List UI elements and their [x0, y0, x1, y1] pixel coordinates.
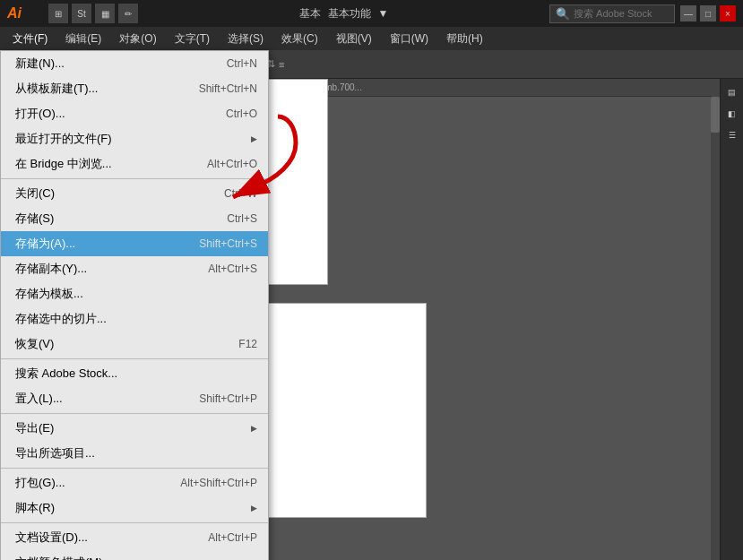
- menu-export-selection[interactable]: 导出所选项目...: [1, 441, 268, 466]
- title-bar: Ai ⊞ St ▦ ✏ 基本 基本功能 ▼ 🔍 — □ ×: [0, 0, 743, 27]
- menu-place[interactable]: 置入(L)... Shift+Ctrl+P: [1, 386, 268, 411]
- right-panels: ▤ ◧ ☰: [720, 79, 743, 560]
- menu-bar: 文件(F) 编辑(E) 对象(O) 文字(T) 选择(S) 效果(C) 视图(V…: [0, 27, 743, 50]
- icon-btn-3[interactable]: ▦: [95, 4, 115, 23]
- menu-file[interactable]: 文件(F): [4, 28, 56, 50]
- search-icon: 🔍: [556, 7, 570, 21]
- menu-view[interactable]: 视图(V): [327, 28, 381, 50]
- menu-object[interactable]: 对象(O): [110, 28, 165, 50]
- workspace-label2: 基本功能: [328, 6, 371, 22]
- icon-btn-2[interactable]: St: [72, 4, 91, 23]
- menu-save[interactable]: 存储(S) Ctrl+S: [1, 206, 268, 231]
- menu-recent[interactable]: 最近打开的文件(F): [1, 126, 268, 151]
- menu-text[interactable]: 文字(T): [166, 28, 219, 50]
- menu-color-mode[interactable]: 文档颜色模式(M): [1, 550, 268, 560]
- menu-help[interactable]: 帮助(H): [437, 28, 492, 50]
- menu-doc-setup[interactable]: 文档设置(D)... Alt+Ctrl+P: [1, 525, 268, 550]
- icon-btn-1[interactable]: ⊞: [48, 4, 68, 23]
- menu-new[interactable]: 新建(N)... Ctrl+N: [1, 51, 268, 76]
- title-bar-icons: ⊞ St ▦ ✏: [48, 4, 138, 23]
- menu-search-stock[interactable]: 搜索 Adobe Stock...: [1, 361, 268, 386]
- panel-libraries[interactable]: ☰: [722, 125, 742, 145]
- workspace-label: 基本: [299, 6, 321, 22]
- workspace-dropdown-icon: ▼: [378, 7, 389, 20]
- maximize-button[interactable]: □: [700, 5, 716, 22]
- file-menu-panel: 新建(N)... Ctrl+N 从模板新建(T)... Shift+Ctrl+N…: [0, 50, 269, 560]
- menu-bridge[interactable]: 在 Bridge 中浏览... Alt+Ctrl+O: [1, 151, 268, 177]
- menu-new-from-template[interactable]: 从模板新建(T)... Shift+Ctrl+N: [1, 76, 268, 101]
- menu-select[interactable]: 选择(S): [219, 28, 272, 50]
- menu-effect[interactable]: 效果(C): [272, 28, 327, 50]
- options-icon: ≡: [279, 59, 284, 70]
- file-dropdown-menu: 新建(N)... Ctrl+N 从模板新建(T)... Shift+Ctrl+N…: [0, 50, 269, 560]
- menu-window[interactable]: 窗口(W): [381, 28, 437, 50]
- menu-save-slices[interactable]: 存储选中的切片...: [1, 306, 268, 332]
- menu-save-template[interactable]: 存储为模板...: [1, 281, 268, 306]
- menu-package[interactable]: 打包(G)... Alt+Shift+Ctrl+P: [1, 470, 268, 495]
- separator-1: [1, 178, 268, 179]
- separator-3: [1, 413, 268, 414]
- search-input[interactable]: [574, 8, 669, 19]
- menu-scripts[interactable]: 脚本(R): [1, 495, 268, 521]
- minimize-button[interactable]: —: [680, 5, 696, 22]
- scrollbar-thumb[interactable]: [711, 97, 720, 133]
- menu-close[interactable]: 关闭(C) Ctrl+W: [1, 181, 268, 206]
- app-logo: Ai: [7, 5, 43, 22]
- panel-layers[interactable]: ▤: [722, 82, 742, 102]
- separator-5: [1, 522, 268, 523]
- menu-export[interactable]: 导出(E): [1, 416, 268, 441]
- close-button[interactable]: ×: [720, 5, 736, 22]
- menu-save-copy[interactable]: 存储副本(Y)... Alt+Ctrl+S: [1, 256, 268, 281]
- panel-properties[interactable]: ◧: [722, 104, 742, 124]
- stock-search[interactable]: 🔍: [549, 4, 675, 23]
- scrollbar-vertical[interactable]: [711, 79, 720, 560]
- icon-btn-4[interactable]: ✏: [118, 4, 138, 23]
- menu-revert[interactable]: 恢复(V) F12: [1, 332, 268, 357]
- menu-edit[interactable]: 编辑(E): [56, 28, 110, 50]
- menu-save-as[interactable]: 存储为(A)... Shift+Ctrl+S: [1, 231, 268, 256]
- separator-4: [1, 468, 268, 469]
- title-bar-center: 基本 基本功能 ▼: [143, 6, 544, 22]
- window-controls: — □ ×: [680, 5, 736, 22]
- menu-open[interactable]: 打开(O)... Ctrl+O: [1, 101, 268, 126]
- separator-2: [1, 358, 268, 359]
